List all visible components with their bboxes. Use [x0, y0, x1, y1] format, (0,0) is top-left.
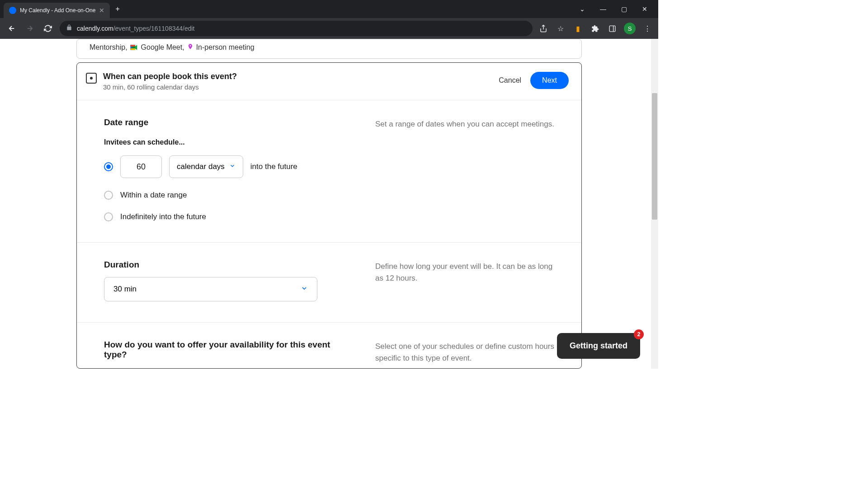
radio-range[interactable]	[104, 191, 113, 200]
svg-rect-0	[609, 26, 615, 32]
lock-icon	[66, 24, 72, 33]
getting-started-widget[interactable]: Getting started 2	[557, 333, 640, 359]
rolling-suffix: into the future	[250, 162, 297, 171]
rolling-days-option: calendar days into the future	[104, 155, 348, 178]
availability-section: How do you want to offer your availabili…	[77, 322, 581, 368]
rolling-unit-dropdown[interactable]: calendar days	[169, 155, 243, 178]
indefinite-option[interactable]: Indefinitely into the future	[104, 212, 348, 221]
bookmark-icon[interactable]: ☆	[555, 23, 566, 34]
page-content: Mentorship, Google Meet, In-person meeti…	[0, 39, 658, 369]
date-range-title: Date range	[104, 117, 348, 127]
profile-avatar[interactable]: S	[624, 23, 636, 34]
widget-badge: 2	[634, 329, 644, 339]
location-pin-icon	[187, 43, 193, 52]
duration-help: Define how long your event will be. It c…	[375, 260, 554, 301]
maximize-icon[interactable]: ▢	[618, 5, 630, 13]
rolling-unit-label: calendar days	[177, 162, 225, 171]
browser-tab[interactable]: My Calendly - Add One-on-One ✕	[4, 3, 110, 18]
duration-dropdown[interactable]: 30 min	[104, 277, 317, 301]
forward-button[interactable]	[24, 22, 36, 35]
svg-rect-4	[130, 45, 135, 47]
radio-rolling[interactable]	[104, 162, 113, 171]
new-tab-button[interactable]: +	[115, 5, 119, 13]
close-tab-icon[interactable]: ✕	[99, 7, 104, 14]
card-header: When can people book this event? 30 min,…	[77, 63, 581, 100]
window-controls: ⌄ ― ▢ ✕	[576, 5, 655, 13]
address-bar[interactable]: calendly.com/event_types/161108344/edit	[60, 21, 533, 36]
next-button[interactable]: Next	[530, 72, 569, 89]
tab-search-icon[interactable]: ⌄	[576, 5, 589, 13]
event-summary-card[interactable]: Mentorship, Google Meet, In-person meeti…	[76, 39, 582, 59]
availability-help: Select one of your schedules or define c…	[375, 340, 554, 365]
date-range-subtitle: Invitees can schedule...	[104, 138, 348, 146]
date-range-option[interactable]: Within a date range	[104, 191, 348, 200]
date-range-help: Set a range of dates when you can accept…	[375, 117, 554, 221]
booking-settings-card: When can people book this event? 30 min,…	[76, 62, 582, 369]
date-range-section: Date range Invitees can schedule... cale…	[77, 100, 581, 242]
tab-title: My Calendly - Add One-on-One	[20, 7, 95, 14]
duration-section: Duration 30 min Define how long your eve…	[77, 242, 581, 322]
widget-label: Getting started	[570, 341, 627, 350]
scrollbar-track[interactable]	[651, 39, 658, 369]
back-button[interactable]	[5, 22, 18, 35]
scrollbar-thumb[interactable]	[652, 93, 657, 220]
rolling-days-input[interactable]	[120, 155, 162, 178]
svg-rect-5	[130, 48, 135, 50]
menu-icon[interactable]: ⋮	[642, 23, 653, 34]
section-subtitle: 30 min, 60 rolling calendar days	[103, 83, 237, 91]
chevron-down-icon	[301, 285, 308, 294]
close-window-icon[interactable]: ✕	[638, 5, 651, 13]
sidepanel-icon[interactable]	[607, 23, 618, 34]
availability-title: How do you want to offer your availabili…	[104, 340, 348, 360]
event-meta: Mentorship, Google Meet, In-person meeti…	[90, 39, 569, 52]
url-text: calendly.com/event_types/161108344/edit	[77, 25, 194, 32]
share-icon[interactable]	[538, 23, 549, 34]
duration-value: 30 min	[113, 285, 137, 294]
browser-toolbar: calendly.com/event_types/161108344/edit …	[0, 18, 658, 39]
calendar-dot-icon	[86, 73, 97, 84]
reload-button[interactable]	[42, 22, 54, 35]
chevron-down-icon	[229, 162, 236, 171]
event-name: Mentorship,	[90, 43, 127, 52]
calendly-favicon	[9, 7, 16, 14]
google-meet-icon	[130, 44, 138, 51]
duration-title: Duration	[104, 260, 348, 270]
radio-indefinite[interactable]	[104, 212, 113, 221]
browser-tab-strip: My Calendly - Add One-on-One ✕ + ⌄ ― ▢ ✕	[0, 0, 658, 18]
extensions-icon[interactable]	[590, 23, 600, 34]
inperson-label: In-person meeting	[196, 43, 255, 52]
meet-label: Google Meet,	[141, 43, 184, 52]
cancel-button[interactable]: Cancel	[499, 76, 521, 84]
extension-badge-icon[interactable]: ▮	[572, 23, 583, 34]
minimize-icon[interactable]: ―	[597, 5, 609, 13]
indefinite-label: Indefinitely into the future	[120, 212, 206, 221]
section-title: When can people book this event?	[103, 72, 237, 81]
range-label: Within a date range	[120, 191, 187, 200]
